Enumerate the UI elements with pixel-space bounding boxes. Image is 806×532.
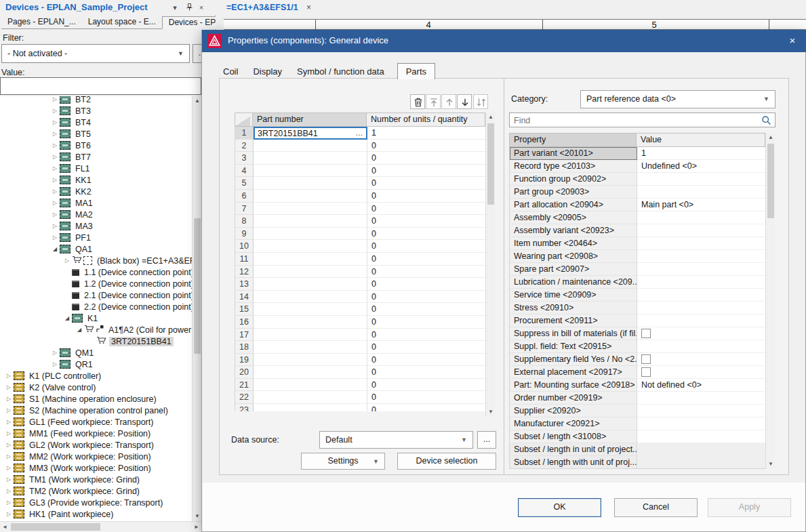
- row-number-cell[interactable]: 21: [235, 379, 254, 392]
- property-name-cell[interactable]: Procurement <20911>: [510, 314, 637, 327]
- quantity-cell[interactable]: 0: [367, 278, 485, 291]
- property-value-cell[interactable]: [637, 456, 765, 469]
- property-name-cell[interactable]: Part allocation <20904>: [510, 199, 637, 211]
- editor-tab-close-icon[interactable]: ×: [306, 3, 311, 12]
- row-number-cell[interactable]: 15: [235, 303, 254, 316]
- expander-collapsed-icon[interactable]: ▷: [4, 419, 14, 425]
- property-value-cell[interactable]: Not defined <0>: [637, 379, 765, 392]
- property-value-cell[interactable]: [637, 392, 765, 405]
- row-number-cell[interactable]: 11: [235, 253, 254, 266]
- row-number-cell[interactable]: 8: [235, 215, 254, 228]
- row-number-cell[interactable]: 17: [235, 329, 254, 342]
- property-value-cell[interactable]: [637, 443, 765, 456]
- property-vertical-scrollbar[interactable]: ▲ ▼: [765, 133, 775, 469]
- tree-item[interactable]: ▷BT6: [0, 140, 192, 151]
- quantity-cell[interactable]: 0: [367, 341, 485, 354]
- row-number-cell[interactable]: 20: [235, 366, 254, 379]
- part-browse-button[interactable]: ...: [354, 128, 365, 138]
- expander-collapsed-icon[interactable]: ▷: [50, 223, 60, 229]
- close-icon[interactable]: ×: [196, 3, 207, 13]
- quantity-cell[interactable]: 0: [367, 253, 485, 266]
- expander-collapsed-icon[interactable]: ▷: [50, 108, 60, 114]
- checkbox[interactable]: [641, 329, 651, 338]
- tab-coil[interactable]: Coil: [221, 64, 240, 79]
- quantity-cell[interactable]: 0: [367, 316, 485, 329]
- property-value-cell[interactable]: [637, 327, 765, 340]
- property-name-cell[interactable]: External placement <20917>: [510, 366, 637, 379]
- tree-item[interactable]: ▷PF1: [0, 232, 192, 243]
- scroll-right-icon[interactable]: ►: [192, 523, 201, 532]
- part-number-cell[interactable]: [254, 391, 367, 404]
- move-down-button[interactable]: [457, 94, 472, 109]
- tree-item[interactable]: ▷KK2: [0, 186, 192, 197]
- part-number-cell[interactable]: [254, 228, 367, 241]
- row-number-cell[interactable]: 5: [235, 177, 254, 190]
- property-name-cell[interactable]: Supplier <20920>: [510, 405, 637, 417]
- expander-collapsed-icon[interactable]: ▷: [4, 430, 14, 436]
- tree-item[interactable]: ▷K1 (PLC controller): [0, 370, 192, 382]
- property-name-cell[interactable]: Service time <20909>: [510, 289, 637, 302]
- row-number-cell[interactable]: 2: [235, 140, 254, 152]
- expander-collapsed-icon[interactable]: ▷: [50, 154, 60, 160]
- part-number-cell[interactable]: [254, 215, 367, 228]
- property-value-cell[interactable]: [637, 173, 765, 186]
- property-value-cell[interactable]: [637, 276, 765, 289]
- quantity-cell[interactable]: 0: [367, 354, 485, 367]
- parts-scrollbar-thumb[interactable]: [487, 123, 494, 205]
- tree-item[interactable]: ◢A1¶A2 (Coil for power c: [0, 324, 192, 335]
- tree-item[interactable]: ▷BT4: [0, 117, 192, 128]
- quantity-cell[interactable]: 0: [367, 240, 485, 253]
- quantity-cell[interactable]: 0: [367, 215, 485, 228]
- scroll-down-icon[interactable]: ▼: [486, 407, 496, 417]
- part-number-cell[interactable]: [254, 177, 367, 190]
- tree-item[interactable]: ▷BT7: [0, 151, 192, 163]
- dialog-close-icon[interactable]: ×: [785, 34, 800, 47]
- quantity-cell[interactable]: 0: [367, 228, 485, 241]
- part-number-cell[interactable]: [254, 152, 367, 165]
- tree-item[interactable]: ◢K1: [0, 312, 192, 324]
- scroll-up-icon[interactable]: ▲: [486, 112, 496, 122]
- tree-item[interactable]: ▷TM2 (Work workpiece: Grind): [0, 485, 192, 497]
- part-number-cell[interactable]: [254, 379, 367, 392]
- row-number-cell[interactable]: 4: [235, 165, 254, 178]
- tab-display[interactable]: Display: [251, 64, 284, 79]
- tree-item[interactable]: ▷(Black box) =EC1+A3&EFS1: [0, 255, 192, 266]
- part-number-cell[interactable]: [254, 266, 367, 279]
- part-number-cell[interactable]: [254, 140, 367, 152]
- quantity-cell[interactable]: 1: [367, 127, 485, 140]
- expander-collapsed-icon[interactable]: ▷: [4, 373, 14, 379]
- row-number-cell[interactable]: 6: [235, 190, 254, 203]
- property-name-cell[interactable]: Subset / length in unit of project...: [510, 443, 637, 456]
- part-number-cell[interactable]: [254, 341, 367, 354]
- row-number-cell[interactable]: 1: [235, 127, 254, 140]
- scroll-left-icon[interactable]: ◄: [0, 523, 9, 532]
- quantity-cell[interactable]: 0: [367, 177, 485, 190]
- property-name-cell[interactable]: Supplementary field Yes / No <2...: [510, 353, 637, 366]
- data-source-more-button[interactable]: ...: [477, 431, 496, 449]
- tree-item[interactable]: ▷BT3: [0, 105, 192, 117]
- pin-icon[interactable]: [184, 3, 195, 13]
- tree-hscrollbar-thumb[interactable]: [11, 523, 100, 531]
- expander-collapsed-icon[interactable]: ▷: [50, 96, 60, 102]
- category-dropdown[interactable]: Part reference data <0> ▼: [580, 90, 775, 108]
- tree-item[interactable]: ▷HK1 (Paint workpiece): [0, 508, 192, 520]
- search-icon[interactable]: [761, 115, 771, 127]
- expander-collapsed-icon[interactable]: ▷: [4, 442, 14, 448]
- expander-collapsed-icon[interactable]: ▷: [50, 119, 60, 125]
- tree-item[interactable]: ▷BT2: [0, 96, 192, 105]
- scroll-up-icon[interactable]: ▲: [766, 133, 775, 142]
- property-value-cell[interactable]: [637, 237, 765, 250]
- row-number-cell[interactable]: 7: [235, 203, 254, 216]
- expander-expanded-icon[interactable]: ◢: [50, 246, 60, 252]
- property-value-cell[interactable]: Undefined <0>: [637, 160, 765, 173]
- scroll-down-icon[interactable]: ▼: [193, 512, 202, 521]
- expander-collapsed-icon[interactable]: ▷: [4, 384, 14, 390]
- property-value-cell[interactable]: [637, 224, 765, 237]
- property-name-cell[interactable]: Assembly <20905>: [510, 211, 637, 224]
- part-number-cell[interactable]: [254, 404, 367, 411]
- content-splitter[interactable]: [504, 78, 504, 475]
- tree-item[interactable]: ▷S1 (Machine operation enclosure): [0, 393, 192, 405]
- delete-button[interactable]: [410, 94, 425, 109]
- property-value-cell[interactable]: [637, 405, 765, 417]
- row-number-cell[interactable]: 12: [235, 266, 254, 279]
